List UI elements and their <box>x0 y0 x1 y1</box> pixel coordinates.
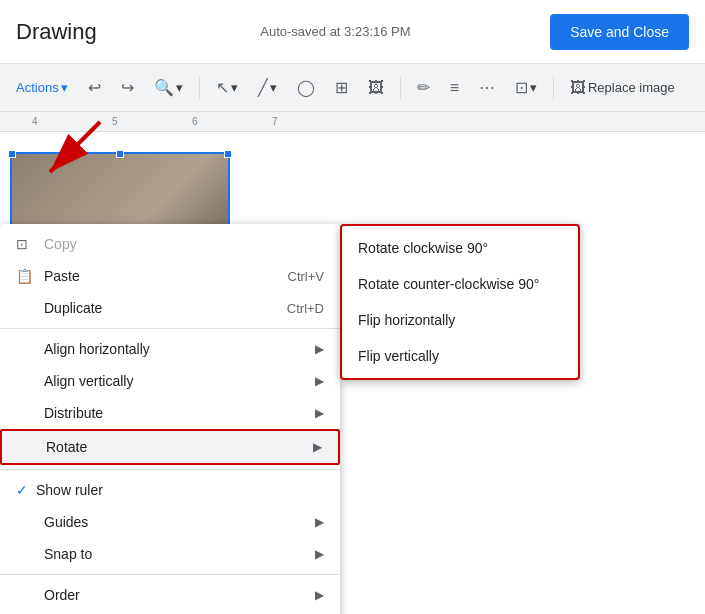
flip-v-label: Flip vertically <box>358 348 439 364</box>
actions-dropdown-icon: ▾ <box>61 80 68 95</box>
redo-icon: ↪ <box>121 78 134 97</box>
select-button[interactable]: ↖ ▾ <box>208 74 246 101</box>
align-h-arrow: ▶ <box>315 342 324 356</box>
save-close-button[interactable]: Save and Close <box>550 14 689 50</box>
distribute-arrow: ▶ <box>315 406 324 420</box>
divider-1 <box>0 328 340 329</box>
line-dropdown-icon: ▾ <box>270 80 277 95</box>
rotate-ccw-label: Rotate counter-clockwise 90° <box>358 276 539 292</box>
main-area: 4 5 6 7 <box>0 112 705 614</box>
order-label: Order <box>44 587 80 603</box>
line-dash-button[interactable]: ⋯ <box>471 74 503 101</box>
order-arrow: ▶ <box>315 588 324 602</box>
show-ruler-label: Show ruler <box>36 482 103 498</box>
actions-dropdown: ⊡ Copy 📋 Paste Ctrl+V Duplicate Ctrl+D A… <box>0 224 340 614</box>
submenu-flip-h[interactable]: Flip horizontally <box>342 302 578 338</box>
flip-h-label: Flip horizontally <box>358 312 455 328</box>
separator-1 <box>199 76 200 100</box>
snap-to-label: Snap to <box>44 546 92 562</box>
undo-icon: ↩ <box>88 78 101 97</box>
redo-button[interactable]: ↪ <box>113 74 142 101</box>
shapes-button[interactable]: ◯ <box>289 74 323 101</box>
align-v-arrow: ▶ <box>315 374 324 388</box>
distribute-label: Distribute <box>44 405 103 421</box>
copy-icon: ⊡ <box>16 236 36 252</box>
separator-2 <box>400 76 401 100</box>
check-icon: ✓ <box>16 482 28 498</box>
ruler: 4 5 6 7 <box>0 112 705 132</box>
menu-item-align-v[interactable]: Align vertically ▶ <box>0 365 340 397</box>
handle-top-left[interactable] <box>8 150 16 158</box>
guides-arrow: ▶ <box>315 515 324 529</box>
undo-button[interactable]: ↩ <box>80 74 109 101</box>
separator-3 <box>553 76 554 100</box>
zoom-button[interactable]: 🔍 ▾ <box>146 74 191 101</box>
select-dropdown-icon: ▾ <box>231 80 238 95</box>
replace-image-label: Replace image <box>588 80 675 95</box>
rotate-cw-label: Rotate clockwise 90° <box>358 240 488 256</box>
menu-item-rotate[interactable]: Rotate ▶ <box>0 429 340 465</box>
crop-dropdown-icon: ▾ <box>530 80 537 95</box>
zoom-icon: 🔍 <box>154 78 174 97</box>
handle-top-middle[interactable] <box>116 150 124 158</box>
guides-label: Guides <box>44 514 88 530</box>
crop-button[interactable]: ⊡ ▾ <box>507 74 545 101</box>
divider-2 <box>0 469 340 470</box>
menu-item-snap-to[interactable]: Snap to ▶ <box>0 538 340 570</box>
replace-image-icon: 🖼 <box>570 79 586 97</box>
menu-item-paste[interactable]: 📋 Paste Ctrl+V <box>0 260 340 292</box>
paste-icon: 📋 <box>16 268 36 284</box>
pencil-button[interactable]: ✏ <box>409 74 438 101</box>
line-style-icon: ≡ <box>450 79 459 97</box>
ruler-mark-6: 6 <box>190 116 270 127</box>
app-title: Drawing <box>16 19 97 45</box>
textbox-icon: ⊞ <box>335 78 348 97</box>
submenu-flip-v[interactable]: Flip vertically <box>342 338 578 374</box>
line-style-button[interactable]: ≡ <box>442 75 467 101</box>
rotate-arrow: ▶ <box>313 440 322 454</box>
toolbar: Actions ▾ ↩ ↪ 🔍 ▾ ↖ ▾ ╱ ▾ ◯ ⊞ 🖼 ✏ ≡ ⋯ ⊡ <box>0 64 705 112</box>
image-button[interactable]: 🖼 <box>360 75 392 101</box>
cursor-icon: ↖ <box>216 78 229 97</box>
snap-arrow: ▶ <box>315 547 324 561</box>
duplicate-label: Duplicate <box>44 300 102 316</box>
menu-item-distribute[interactable]: Distribute ▶ <box>0 397 340 429</box>
ruler-mark-5: 5 <box>110 116 190 127</box>
duplicate-shortcut: Ctrl+D <box>287 301 324 316</box>
paste-label: Paste <box>44 268 80 284</box>
actions-menu-button[interactable]: Actions ▾ <box>8 76 76 99</box>
pencil-icon: ✏ <box>417 78 430 97</box>
line-icon: ╱ <box>258 78 268 97</box>
ruler-mark-4: 4 <box>30 116 110 127</box>
rotate-label: Rotate <box>46 439 87 455</box>
align-v-label: Align vertically <box>44 373 133 389</box>
divider-3 <box>0 574 340 575</box>
copy-label: Copy <box>44 236 77 252</box>
align-h-label: Align horizontally <box>44 341 150 357</box>
header: Drawing Auto-saved at 3:23:16 PM Save an… <box>0 0 705 64</box>
submenu-rotate-cw[interactable]: Rotate clockwise 90° <box>342 230 578 266</box>
submenu-rotate-ccw[interactable]: Rotate counter-clockwise 90° <box>342 266 578 302</box>
menu-item-align-h[interactable]: Align horizontally ▶ <box>0 333 340 365</box>
actions-label: Actions <box>16 80 59 95</box>
handle-top-right[interactable] <box>224 150 232 158</box>
paste-shortcut: Ctrl+V <box>288 269 324 284</box>
menu-item-show-ruler[interactable]: ✓ Show ruler <box>0 474 340 506</box>
menu-item-order[interactable]: Order ▶ <box>0 579 340 611</box>
rotate-submenu: Rotate clockwise 90° Rotate counter-cloc… <box>340 224 580 380</box>
ruler-marks: 4 5 6 7 <box>30 116 350 127</box>
autosave-status: Auto-saved at 3:23:16 PM <box>121 24 550 39</box>
ruler-mark-7: 7 <box>270 116 350 127</box>
menu-item-copy[interactable]: ⊡ Copy <box>0 228 340 260</box>
circle-icon: ◯ <box>297 78 315 97</box>
image-icon: 🖼 <box>368 79 384 97</box>
replace-image-button[interactable]: 🖼 Replace image <box>562 75 683 101</box>
textbox-button[interactable]: ⊞ <box>327 74 356 101</box>
menu-item-guides[interactable]: Guides ▶ <box>0 506 340 538</box>
line-dash-icon: ⋯ <box>479 78 495 97</box>
crop-icon: ⊡ <box>515 78 528 97</box>
line-button[interactable]: ╱ ▾ <box>250 74 285 101</box>
zoom-dropdown-icon: ▾ <box>176 80 183 95</box>
menu-item-duplicate[interactable]: Duplicate Ctrl+D <box>0 292 340 324</box>
